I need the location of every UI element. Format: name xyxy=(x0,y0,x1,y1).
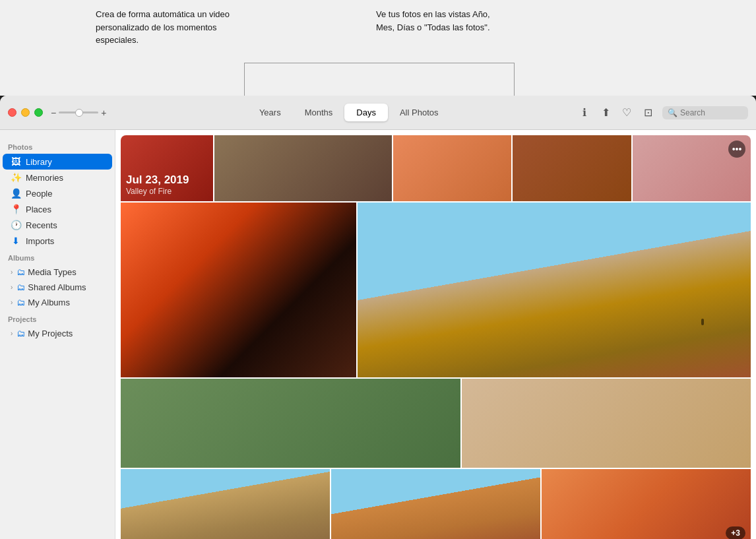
media-types-folder-icon: 🗂 xyxy=(16,267,25,277)
my-projects-folder-icon: 🗂 xyxy=(16,329,25,338)
sidebar: Photos 🖼 Library ✨ Memories 👤 People 📍 P… xyxy=(0,130,115,539)
people-icon: 👤 xyxy=(11,188,21,199)
photo-canyon-road[interactable] xyxy=(331,469,540,539)
search-input[interactable] xyxy=(680,108,746,117)
photo-canyon-1[interactable] xyxy=(513,135,631,201)
places-icon: 📍 xyxy=(11,204,21,214)
media-types-label: Media Types xyxy=(28,267,76,277)
callout-bracket xyxy=(244,63,515,63)
zoom-slider: − + xyxy=(51,108,106,118)
more-button[interactable]: ••• xyxy=(728,141,745,158)
photo-row-3 xyxy=(121,379,751,468)
share-icon[interactable]: ⬆ xyxy=(599,106,612,119)
traffic-lights xyxy=(8,108,43,117)
sidebar-item-places[interactable]: 📍 Places xyxy=(3,201,112,217)
photo-row-1: Jul 23, 2019 Valley of Fire ••• xyxy=(121,135,751,201)
photo-row-2 xyxy=(121,203,751,377)
nav-tabs: Years Months Days All Photos xyxy=(119,104,578,121)
photo-grid: Jul 23, 2019 Valley of Fire ••• xyxy=(115,130,756,539)
imports-icon: ⬇ xyxy=(11,236,21,246)
group1-location: Valley of Fire xyxy=(126,187,208,196)
my-projects-chevron: › xyxy=(11,330,13,337)
maximize-button[interactable] xyxy=(34,108,43,117)
photo-row-4: +3 xyxy=(121,469,751,539)
sidebar-item-memories[interactable]: ✨ Memories xyxy=(3,170,112,185)
sidebar-item-imports[interactable]: ⬇ Imports xyxy=(3,233,112,249)
photo-woman-orange[interactable] xyxy=(393,135,511,201)
minimize-button[interactable] xyxy=(21,108,30,117)
shared-albums-label: Shared Albums xyxy=(28,282,86,292)
sidebar-group-media-types[interactable]: › 🗂 Media Types xyxy=(3,265,112,280)
zoom-track[interactable] xyxy=(59,111,98,113)
sidebar-group-my-albums[interactable]: › 🗂 My Albums xyxy=(3,295,112,310)
search-box[interactable]: 🔍 xyxy=(662,106,748,119)
info-icon[interactable]: ℹ xyxy=(578,106,591,119)
sidebar-item-recents[interactable]: 🕐 Recents xyxy=(3,217,112,233)
toolbar-right: ℹ ⬆ ♡ ⊡ 🔍 xyxy=(578,106,748,119)
photo-desert-walk[interactable] xyxy=(121,469,330,539)
zoom-plus-button[interactable]: + xyxy=(101,108,106,118)
photo-girl-green[interactable] xyxy=(121,379,460,468)
sidebar-item-imports-label: Imports xyxy=(26,236,54,246)
heart-icon[interactable]: ♡ xyxy=(620,106,633,119)
zoom-minus-button[interactable]: − xyxy=(51,108,56,118)
titlebar: − + Years Months Days All Photos ℹ ⬆ ♡ ⊡… xyxy=(0,96,756,130)
photo-climbers[interactable] xyxy=(214,135,392,201)
plus-badge: +3 xyxy=(726,526,745,539)
recents-icon: 🕐 xyxy=(11,220,21,230)
main-window: − + Years Months Days All Photos ℹ ⬆ ♡ ⊡… xyxy=(0,96,756,539)
photo-sunset[interactable] xyxy=(121,203,356,377)
sidebar-item-people-label: People xyxy=(26,189,52,199)
sidebar-item-places-label: Places xyxy=(26,205,51,214)
albums-section-label: Albums xyxy=(0,249,115,265)
tab-all-photos[interactable]: All Photos xyxy=(388,104,451,121)
date-cell-1: Jul 23, 2019 Valley of Fire xyxy=(121,135,213,201)
shared-albums-folder-icon: 🗂 xyxy=(16,282,25,292)
zoom-thumb[interactable] xyxy=(75,109,83,117)
main-photo-view: Jul 23, 2019 Valley of Fire ••• xyxy=(115,130,756,539)
close-button[interactable] xyxy=(8,108,16,117)
my-projects-label: My Projects xyxy=(28,329,73,338)
sidebar-item-recents-label: Recents xyxy=(26,220,57,230)
sidebar-item-library[interactable]: 🖼 Library xyxy=(3,154,112,170)
group1-date: Jul 23, 2019 xyxy=(126,174,208,187)
callout-area: Crea de forma automática un video person… xyxy=(0,0,756,96)
content: Photos 🖼 Library ✨ Memories 👤 People 📍 P… xyxy=(0,130,756,539)
projects-section-label: Projects xyxy=(0,310,115,326)
sidebar-item-memories-label: Memories xyxy=(26,173,63,183)
my-albums-chevron: › xyxy=(11,299,13,306)
callout-left-text: Crea de forma automática un video person… xyxy=(96,8,234,47)
tab-months[interactable]: Months xyxy=(293,104,345,121)
photo-group-jul23: Jul 23, 2019 Valley of Fire ••• xyxy=(121,135,751,539)
sidebar-group-shared-albums[interactable]: › 🗂 Shared Albums xyxy=(3,280,112,295)
sidebar-group-my-projects[interactable]: › 🗂 My Projects xyxy=(3,326,112,341)
sidebar-item-people[interactable]: 👤 People xyxy=(3,185,112,201)
callout-right-text: Ve tus fotos en las vistas Año, Mes, Día… xyxy=(376,8,508,34)
person-silhouette xyxy=(701,319,704,325)
library-icon: 🖼 xyxy=(11,156,21,167)
my-albums-folder-icon: 🗂 xyxy=(16,298,25,307)
photo-orange-canyon[interactable]: +3 xyxy=(542,469,751,539)
photo-girl-desert[interactable] xyxy=(462,379,751,468)
photo-canyon-wide[interactable] xyxy=(358,203,751,377)
shared-albums-chevron: › xyxy=(11,284,13,291)
crop-icon[interactable]: ⊡ xyxy=(641,106,654,119)
media-types-chevron: › xyxy=(11,269,13,276)
search-icon: 🔍 xyxy=(668,108,677,117)
photos-section-label: Photos xyxy=(0,138,115,154)
sidebar-item-library-label: Library xyxy=(26,157,52,167)
tab-years[interactable]: Years xyxy=(247,104,293,121)
my-albums-label: My Albums xyxy=(28,298,70,307)
tab-days[interactable]: Days xyxy=(344,104,388,121)
memories-icon: ✨ xyxy=(11,172,21,183)
